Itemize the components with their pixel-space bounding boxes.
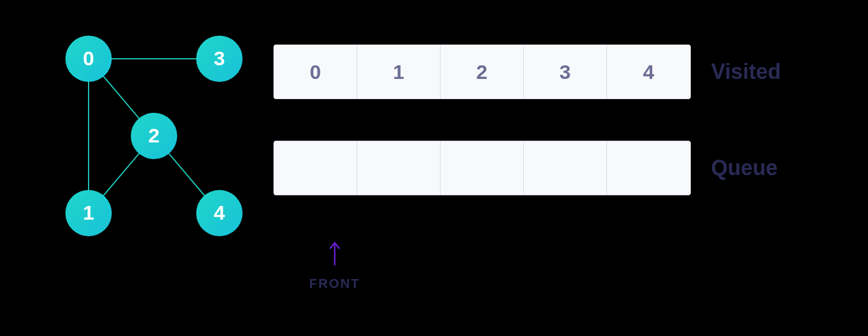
queue-row: Queue bbox=[273, 141, 781, 195]
graph-node-0: 0 bbox=[65, 36, 112, 82]
graph-node-label: 3 bbox=[214, 47, 225, 70]
queue-cell bbox=[357, 141, 441, 195]
graph-node-1: 1 bbox=[65, 190, 112, 236]
queue-label: Queue bbox=[711, 156, 778, 180]
queue-cell bbox=[524, 141, 607, 195]
queue-cell bbox=[607, 141, 690, 195]
queue-cell bbox=[441, 141, 524, 195]
arrow-up-icon bbox=[326, 240, 344, 265]
visited-cells: 0 1 2 3 4 bbox=[273, 45, 691, 99]
front-pointer: FRONT bbox=[309, 240, 360, 291]
graph-node-label: 0 bbox=[83, 47, 95, 70]
visited-label: Visited bbox=[711, 59, 781, 84]
graph-node-3: 3 bbox=[196, 36, 243, 82]
visited-row: 0 1 2 3 4 Visited bbox=[273, 45, 781, 99]
graph-node-2: 2 bbox=[131, 113, 177, 159]
visited-cell: 1 bbox=[357, 45, 441, 99]
graph-node-label: 1 bbox=[83, 201, 95, 224]
visited-cell: 2 bbox=[441, 45, 524, 99]
bfs-diagram: 0 3 2 1 4 0 1 2 3 4 Visited Queue bbox=[0, 0, 868, 336]
graph-node-label: 2 bbox=[149, 124, 160, 147]
visited-cell: 4 bbox=[607, 45, 690, 99]
arrays: 0 1 2 3 4 Visited Queue bbox=[273, 45, 781, 237]
graph-node-4: 4 bbox=[196, 190, 243, 236]
queue-cells bbox=[273, 141, 691, 195]
front-label: FRONT bbox=[309, 276, 360, 291]
visited-cell: 3 bbox=[524, 45, 607, 99]
visited-cell: 0 bbox=[274, 45, 357, 99]
graph-node-label: 4 bbox=[214, 201, 225, 224]
queue-cell bbox=[274, 141, 357, 195]
graph: 0 3 2 1 4 bbox=[54, 36, 256, 237]
